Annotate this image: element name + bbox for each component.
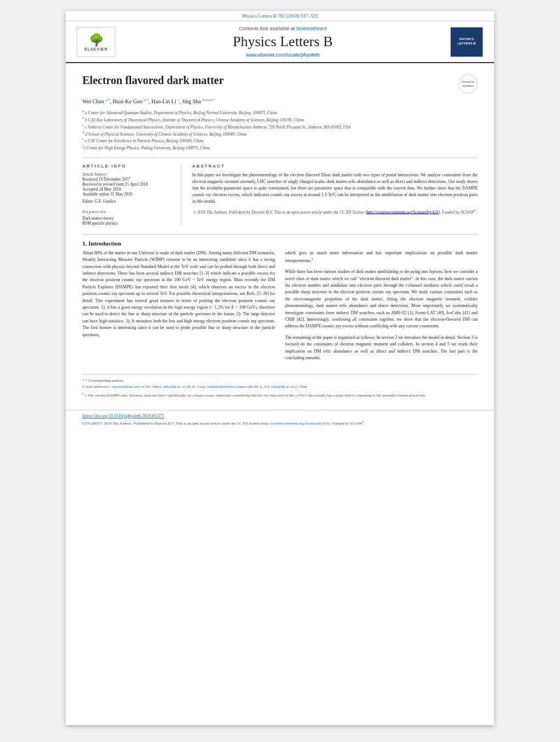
intro-columns: About 80% of the matter in our Universe … bbox=[82, 250, 478, 366]
doi-link[interactable]: https://doi.org/10.1016/j.physletb.2018.… bbox=[82, 414, 478, 419]
editor: Editor: G.F. Giudice bbox=[82, 199, 174, 204]
email-chao[interactable]: chaowei@bnu.edu.cn bbox=[111, 384, 144, 389]
elsevier-tree-icon: 🌳 bbox=[89, 33, 104, 47]
divider-2 bbox=[82, 234, 478, 235]
abstract-text: In this paper we investigate the phenome… bbox=[192, 172, 478, 205]
received-date: Received 19 December 2017 bbox=[82, 177, 174, 182]
physics-logo-text: PHYSICSLETTERS B bbox=[457, 37, 475, 46]
affiliation-f: f f Center for High Energy Physics, Peki… bbox=[82, 144, 478, 151]
introduction-section: 1. Introduction About 80% of the matter … bbox=[82, 240, 478, 366]
keyword-2: BSM particle physics bbox=[82, 221, 174, 226]
footnote-1: 1 1 The current DAMPE data, however, doe… bbox=[82, 392, 478, 399]
sciencedirect-line: Contents lists available at ScienceDirec… bbox=[126, 26, 439, 31]
email-footnote: E-mail addresses: chaowei@bnu.edu.cn (W.… bbox=[82, 384, 478, 390]
affiliation-e: e e CAS Center for Excellence in Particl… bbox=[82, 137, 478, 144]
journal-url[interactable]: www.elsevier.com/locate/physletb bbox=[126, 52, 439, 58]
footer-text: 0370-2693/© 2018 The Authors. Published … bbox=[82, 420, 478, 427]
affiliation-a: a a Center for Advanced Quantum Studies,… bbox=[82, 109, 478, 116]
author-list: Wei Chao a,*, Huai-Ke Guo b,*, Hao-Lin L… bbox=[82, 98, 215, 104]
cc-license-link[interactable]: http://creativecommons.org/licenses/by/4… bbox=[367, 209, 439, 214]
affiliation-b: b b CAS Key Laboratory of Theoretical Ph… bbox=[82, 116, 478, 123]
journal-bar: Physics Letters B 782 (2018) 517–522 bbox=[66, 11, 494, 21]
email-li[interactable]: haolinhli@physics.umass.edu bbox=[207, 384, 253, 389]
check-updates-badge: Check forupdates bbox=[458, 74, 478, 93]
article-title: Electron flavored dark matter bbox=[82, 74, 453, 87]
intro-para-1: About 80% of the matter in our Universe … bbox=[82, 250, 275, 338]
article-content: Electron flavored dark matter Check foru… bbox=[66, 63, 494, 410]
sciencedirect-link[interactable]: ScienceDirect bbox=[296, 26, 327, 31]
article-info-title: ARTICLE INFO bbox=[82, 164, 174, 169]
intro-title: 1. Introduction bbox=[82, 240, 478, 247]
affiliation-c: c c Amherst Center for Fundamental Inter… bbox=[82, 123, 478, 130]
email-guo[interactable]: ghk@itp.ac.cn bbox=[163, 384, 186, 389]
journal-citation: Physics Letters B 782 (2018) 517–522 bbox=[242, 13, 318, 19]
corresponding-note: * * Corresponding authors. bbox=[82, 378, 478, 384]
intro-left-col: About 80% of the matter in our Universe … bbox=[82, 250, 275, 366]
authors: Wei Chao a,*, Huai-Ke Guo b,*, Hao-Lin L… bbox=[82, 98, 478, 104]
elsevier-logo: 🌳 ELSEVIER bbox=[77, 27, 115, 57]
physics-letters-logo: PHYSICSLETTERS B bbox=[450, 27, 483, 57]
abstract-title: ABSTRACT bbox=[192, 164, 478, 169]
page-footer: https://doi.org/10.1016/j.physletb.2018.… bbox=[66, 410, 494, 430]
email-shu[interactable]: jshu@itp.ac.cn bbox=[271, 384, 294, 389]
history-label: Article history: bbox=[82, 172, 174, 177]
page: Physics Letters B 782 (2018) 517–522 🌳 E… bbox=[66, 11, 494, 725]
affiliations: a a Center for Advanced Quantum Studies,… bbox=[82, 109, 478, 151]
intro-para-3: While there has been various studies of … bbox=[285, 269, 478, 330]
intro-para-4: The remaining of the paper is organized … bbox=[285, 334, 478, 362]
keywords-label: Keywords: bbox=[82, 209, 174, 214]
footer-license-link[interactable]: http://creativecommons.org/licenses/by/4… bbox=[262, 422, 329, 426]
contents-text: Contents lists available at bbox=[239, 26, 295, 31]
divider-1 bbox=[82, 158, 478, 158]
available-date: Available online 31 May 2018 bbox=[82, 192, 174, 197]
footnote-area: * * Corresponding authors. E-mail addres… bbox=[82, 374, 478, 399]
header-center: Contents lists available at ScienceDirec… bbox=[115, 26, 450, 58]
keywords-section: Keywords: Dark matter theory BSM particl… bbox=[82, 209, 174, 226]
abstract-section: ABSTRACT In this paper we investigate th… bbox=[192, 164, 478, 226]
journal-title: Physics Letters B bbox=[126, 34, 439, 50]
info-abstract-section: ARTICLE INFO Article history: Received 1… bbox=[82, 164, 478, 226]
keyword-1: Dark matter theory bbox=[82, 216, 174, 221]
affiliation-d: d d School of Physical Sciences, Univers… bbox=[82, 130, 478, 137]
article-info: ARTICLE INFO Article history: Received 1… bbox=[82, 164, 181, 226]
intro-right-col: which give us much more information and … bbox=[285, 250, 478, 366]
accepted-date: Accepted 24 May 2018 bbox=[82, 187, 174, 192]
received-revised: Received in revised form 21 April 2018 bbox=[82, 182, 174, 187]
elsevier-label: ELSEVIER bbox=[85, 47, 108, 51]
header-section: 🌳 ELSEVIER Contents lists available at S… bbox=[66, 21, 494, 63]
copyright-text: © 2018 The Authors. Published by Elsevie… bbox=[192, 208, 478, 215]
intro-para-2: which give us much more information and … bbox=[285, 250, 478, 264]
